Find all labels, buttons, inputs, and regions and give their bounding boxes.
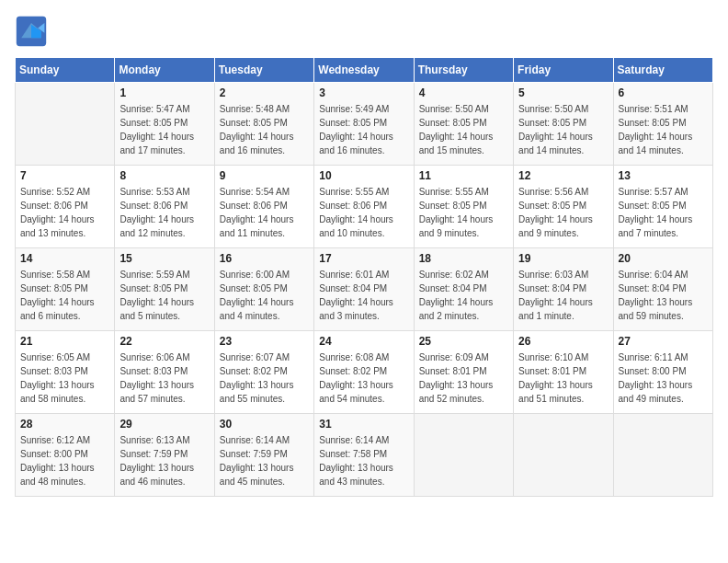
calendar-cell: 20Sunrise: 6:04 AM Sunset: 8:04 PM Dayli… (613, 248, 712, 331)
day-number: 26 (518, 335, 608, 348)
logo-icon (15, 15, 48, 48)
calendar-cell: 7Sunrise: 5:52 AM Sunset: 8:06 PM Daylig… (16, 166, 115, 248)
day-info: Sunrise: 6:04 AM Sunset: 8:04 PM Dayligh… (619, 268, 708, 323)
day-number: 10 (319, 169, 408, 182)
day-info: Sunrise: 5:56 AM Sunset: 8:05 PM Dayligh… (518, 185, 608, 240)
day-number: 1 (119, 86, 209, 99)
calendar-cell: 3Sunrise: 5:49 AM Sunset: 8:05 PM Daylig… (314, 83, 414, 166)
calendar-cell: 4Sunrise: 5:50 AM Sunset: 8:05 PM Daylig… (414, 83, 513, 166)
header-tuesday: Tuesday (214, 58, 313, 83)
page-header (15, 15, 713, 48)
day-info: Sunrise: 6:01 AM Sunset: 8:04 PM Dayligh… (319, 268, 408, 323)
calendar-week-row: 7Sunrise: 5:52 AM Sunset: 8:06 PM Daylig… (16, 166, 713, 248)
day-number: 9 (220, 169, 309, 182)
calendar-cell: 13Sunrise: 5:57 AM Sunset: 8:05 PM Dayli… (613, 166, 712, 248)
day-number: 15 (119, 252, 209, 265)
day-number: 3 (319, 86, 408, 99)
day-info: Sunrise: 5:52 AM Sunset: 8:06 PM Dayligh… (20, 185, 109, 240)
day-info: Sunrise: 6:06 AM Sunset: 8:03 PM Dayligh… (119, 350, 209, 406)
day-number: 5 (518, 86, 608, 99)
calendar-cell: 24Sunrise: 6:08 AM Sunset: 8:02 PM Dayli… (314, 331, 414, 414)
day-info: Sunrise: 5:57 AM Sunset: 8:05 PM Dayligh… (619, 185, 708, 240)
calendar-cell: 16Sunrise: 6:00 AM Sunset: 8:05 PM Dayli… (214, 248, 313, 331)
day-info: Sunrise: 6:12 AM Sunset: 8:00 PM Dayligh… (20, 433, 109, 488)
day-info: Sunrise: 6:00 AM Sunset: 8:05 PM Dayligh… (220, 268, 309, 323)
calendar-cell: 25Sunrise: 6:09 AM Sunset: 8:01 PM Dayli… (414, 331, 513, 414)
day-info: Sunrise: 6:13 AM Sunset: 7:59 PM Dayligh… (119, 433, 209, 488)
header-friday: Friday (514, 58, 613, 83)
day-info: Sunrise: 5:49 AM Sunset: 8:05 PM Dayligh… (319, 102, 408, 157)
calendar-cell: 5Sunrise: 5:50 AM Sunset: 8:05 PM Daylig… (514, 83, 613, 166)
day-info: Sunrise: 5:51 AM Sunset: 8:05 PM Dayligh… (619, 102, 708, 157)
calendar-cell: 27Sunrise: 6:11 AM Sunset: 8:00 PM Dayli… (613, 331, 712, 414)
day-info: Sunrise: 5:53 AM Sunset: 8:06 PM Dayligh… (119, 185, 209, 240)
calendar-week-row: 1Sunrise: 5:47 AM Sunset: 8:05 PM Daylig… (16, 83, 713, 166)
calendar-cell: 17Sunrise: 6:01 AM Sunset: 8:04 PM Dayli… (314, 248, 414, 331)
calendar-cell: 29Sunrise: 6:13 AM Sunset: 7:59 PM Dayli… (115, 414, 214, 497)
calendar-cell: 18Sunrise: 6:02 AM Sunset: 8:04 PM Dayli… (414, 248, 513, 331)
day-number: 13 (619, 169, 708, 182)
day-number: 23 (220, 335, 309, 348)
day-info: Sunrise: 6:03 AM Sunset: 8:04 PM Dayligh… (518, 268, 608, 323)
calendar-cell (514, 414, 613, 497)
calendar-cell: 15Sunrise: 5:59 AM Sunset: 8:05 PM Dayli… (115, 248, 214, 331)
day-number: 22 (119, 335, 209, 348)
day-number: 18 (419, 252, 508, 265)
calendar-cell: 2Sunrise: 5:48 AM Sunset: 8:05 PM Daylig… (214, 83, 313, 166)
header-sunday: Sunday (16, 58, 115, 83)
day-number: 7 (20, 169, 109, 182)
day-number: 27 (619, 335, 708, 348)
day-number: 29 (119, 418, 209, 431)
calendar-cell: 10Sunrise: 5:55 AM Sunset: 8:06 PM Dayli… (314, 166, 414, 248)
calendar-cell: 26Sunrise: 6:10 AM Sunset: 8:01 PM Dayli… (514, 331, 613, 414)
calendar-week-row: 21Sunrise: 6:05 AM Sunset: 8:03 PM Dayli… (16, 331, 713, 414)
day-number: 28 (20, 418, 109, 431)
calendar-cell: 30Sunrise: 6:14 AM Sunset: 7:59 PM Dayli… (214, 414, 313, 497)
day-number: 31 (319, 418, 408, 431)
day-info: Sunrise: 6:09 AM Sunset: 8:01 PM Dayligh… (419, 350, 508, 406)
day-info: Sunrise: 5:50 AM Sunset: 8:05 PM Dayligh… (419, 102, 508, 157)
day-number: 14 (20, 252, 109, 265)
calendar-cell (613, 414, 712, 497)
day-info: Sunrise: 5:54 AM Sunset: 8:06 PM Dayligh… (220, 185, 309, 240)
day-number: 16 (220, 252, 309, 265)
calendar-cell: 21Sunrise: 6:05 AM Sunset: 8:03 PM Dayli… (16, 331, 115, 414)
calendar-cell: 23Sunrise: 6:07 AM Sunset: 8:02 PM Dayli… (214, 331, 313, 414)
calendar-cell (16, 83, 115, 166)
day-info: Sunrise: 5:48 AM Sunset: 8:05 PM Dayligh… (220, 102, 309, 157)
day-info: Sunrise: 6:14 AM Sunset: 7:59 PM Dayligh… (220, 433, 309, 488)
day-info: Sunrise: 6:02 AM Sunset: 8:04 PM Dayligh… (419, 268, 508, 323)
day-number: 20 (619, 252, 708, 265)
day-info: Sunrise: 5:59 AM Sunset: 8:05 PM Dayligh… (119, 268, 209, 323)
day-info: Sunrise: 6:14 AM Sunset: 7:58 PM Dayligh… (319, 433, 408, 488)
calendar-cell: 22Sunrise: 6:06 AM Sunset: 8:03 PM Dayli… (115, 331, 214, 414)
calendar-cell: 31Sunrise: 6:14 AM Sunset: 7:58 PM Dayli… (314, 414, 414, 497)
day-info: Sunrise: 5:55 AM Sunset: 8:05 PM Dayligh… (419, 185, 508, 240)
calendar-week-row: 28Sunrise: 6:12 AM Sunset: 8:00 PM Dayli… (16, 414, 713, 497)
calendar-week-row: 14Sunrise: 5:58 AM Sunset: 8:05 PM Dayli… (16, 248, 713, 331)
day-info: Sunrise: 6:08 AM Sunset: 8:02 PM Dayligh… (319, 350, 408, 406)
header-wednesday: Wednesday (314, 58, 414, 83)
day-info: Sunrise: 5:58 AM Sunset: 8:05 PM Dayligh… (20, 268, 109, 323)
day-number: 30 (220, 418, 309, 431)
header-saturday: Saturday (613, 58, 712, 83)
calendar-table: SundayMondayTuesdayWednesdayThursdayFrid… (15, 57, 713, 497)
day-info: Sunrise: 5:50 AM Sunset: 8:05 PM Dayligh… (518, 102, 608, 157)
day-number: 25 (419, 335, 508, 348)
calendar-cell: 6Sunrise: 5:51 AM Sunset: 8:05 PM Daylig… (613, 83, 712, 166)
calendar-cell (414, 414, 513, 497)
calendar-header-row: SundayMondayTuesdayWednesdayThursdayFrid… (16, 58, 713, 83)
calendar-cell: 1Sunrise: 5:47 AM Sunset: 8:05 PM Daylig… (115, 83, 214, 166)
header-thursday: Thursday (414, 58, 513, 83)
calendar-cell: 8Sunrise: 5:53 AM Sunset: 8:06 PM Daylig… (115, 166, 214, 248)
day-info: Sunrise: 6:07 AM Sunset: 8:02 PM Dayligh… (220, 350, 309, 406)
day-number: 4 (419, 86, 508, 99)
day-info: Sunrise: 5:47 AM Sunset: 8:05 PM Dayligh… (119, 102, 209, 157)
day-number: 17 (319, 252, 408, 265)
day-number: 8 (119, 169, 209, 182)
calendar-cell: 19Sunrise: 6:03 AM Sunset: 8:04 PM Dayli… (514, 248, 613, 331)
day-number: 2 (220, 86, 309, 99)
header-monday: Monday (115, 58, 214, 83)
day-number: 19 (518, 252, 608, 265)
logo (15, 15, 51, 48)
